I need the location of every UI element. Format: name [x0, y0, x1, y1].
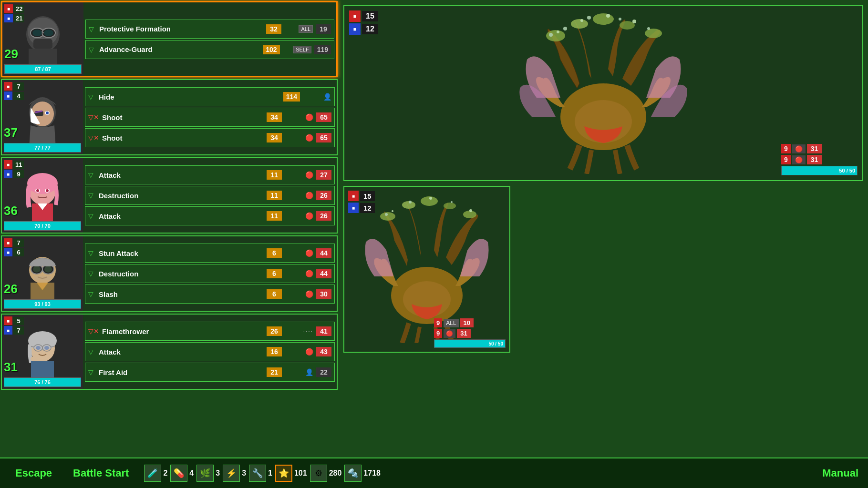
item-slot-5[interactable]: 🔧 1 [249, 465, 272, 482]
svg-point-54 [619, 18, 621, 20]
svg-point-63 [463, 211, 476, 218]
svg-point-38 [36, 346, 41, 350]
skill-target-2-2: 🔴 [285, 113, 313, 121]
enemy2-area: ■ 15 ■ 12 9 ALL 10 9 [343, 186, 863, 357]
enemy2-header-stats: ■ 15 ■ 12 [348, 191, 375, 213]
svg-point-45 [593, 13, 614, 25]
red-icon-2: ■ [4, 82, 12, 91]
skill-cost-4-3: 6 [267, 289, 282, 299]
skill-row-4-3[interactable]: ▽ Slash 6 🔴 30 [85, 285, 335, 304]
item-slot-8[interactable]: 🔩 1718 [344, 465, 381, 482]
skill-name-3-3: Attack [99, 212, 264, 220]
item-icon-1[interactable]: 🧪 [144, 465, 161, 482]
item-icon-2[interactable]: 💊 [170, 465, 187, 482]
person-icon-2-2: 🔴 [305, 113, 313, 121]
svg-point-62 [444, 203, 456, 209]
skill-row-3-1[interactable]: ▽ Attack 11 🔴 27 [85, 165, 335, 184]
item-slot-2[interactable]: 💊 4 [170, 465, 194, 482]
item-slot-6[interactable]: ⭐ 101 [275, 465, 307, 482]
item-icon-4[interactable]: ⚡ [223, 465, 240, 482]
svg-point-69 [469, 209, 472, 212]
char-stats-3: ■ 11 ■ 9 [2, 158, 26, 180]
enemy1-blue-icon: ■ [349, 23, 361, 35]
svg-point-65 [392, 210, 393, 212]
skill-row-5-2[interactable]: ▽ Attack 16 🔴 43 [85, 342, 335, 361]
svg-rect-7 [33, 39, 52, 49]
skill-name-5-3: First Aid [99, 368, 264, 376]
skill-row-3-3[interactable]: ▽ Attack 11 🔴 26 [85, 206, 335, 225]
skill-arrow-2-1: ▽ [88, 93, 96, 101]
svg-point-56 [647, 27, 650, 30]
skill-row-5-1[interactable]: ▽✕ Flamethrower 26 ···· 41 [85, 322, 335, 341]
char-row-4[interactable]: ■ 7 ■ 6 [1, 235, 338, 312]
item-slot-7[interactable]: ⚙ 280 [310, 465, 342, 482]
skill-power-4-3: 30 [316, 289, 331, 299]
skill-target-4-3: 🔴 [285, 290, 313, 298]
item-count-7: 280 [329, 469, 342, 478]
svg-point-39 [44, 346, 49, 350]
char-row-5[interactable]: ■ 5 ■ 7 [1, 314, 338, 390]
enemy-container-2[interactable]: ■ 15 ■ 12 9 ALL 10 9 [343, 186, 510, 353]
enemy1-act2-target: 🔴 [792, 155, 806, 164]
hp-text-2: 77 / 77 [34, 145, 51, 151]
target-badge-1-1: ALL [299, 25, 313, 33]
hp-bar-container-5: 76 / 76 [4, 377, 81, 387]
item-count-4: 3 [242, 469, 246, 478]
skill-row-3-2[interactable]: ▽ Destruction 11 🔴 26 [85, 186, 335, 205]
skill-power-4-1: 44 [316, 248, 331, 258]
enemy1-act2-power: 31 [807, 155, 822, 164]
red-val-5: 5 [13, 317, 24, 325]
enemy1-red-val: 15 [362, 11, 378, 21]
skill-row-1-1[interactable]: ▽ Protective Formation 32 ALL 19 [85, 20, 334, 39]
skill-target-2-1: 👤 [303, 93, 331, 101]
person-icon-3-3: 🔴 [305, 212, 313, 220]
enemy1-header-stats: ■ 15 ■ 12 [349, 10, 378, 35]
item-icon-5[interactable]: 🔧 [249, 465, 266, 482]
enemy1-hp-container: 50 / 50 [781, 166, 858, 175]
escape-button[interactable]: Escape [10, 465, 58, 481]
svg-point-17 [27, 173, 58, 194]
enemy2-blue-val: 12 [360, 203, 375, 213]
battle-start-button[interactable]: Battle Start [67, 465, 134, 481]
skill-row-1-2[interactable]: ▽ Advance-Guard 102 SELF 119 [85, 40, 334, 59]
char-level-2: 37 [4, 125, 18, 140]
skill-name-5-1: Flamethrower [102, 327, 264, 336]
svg-line-36 [31, 346, 34, 347]
item-icon-3[interactable]: 🌿 [196, 465, 214, 482]
char-row-2[interactable]: ■ 7 ■ 4 [1, 79, 338, 155]
svg-point-21 [46, 189, 49, 192]
svg-rect-29 [34, 276, 51, 280]
enemy-container-1[interactable]: ■ 15 ■ 12 9 🔴 31 9 🔴 31 [343, 5, 863, 181]
skill-cost-5-2: 16 [267, 347, 282, 356]
skill-row-2-1[interactable]: ▽ Hide 114 👤 [85, 87, 335, 106]
skill-power-5-1: 41 [316, 326, 331, 336]
hp-text-4: 93 / 93 [34, 301, 51, 307]
skill-name-2-3: Shoot [102, 134, 264, 142]
hp-bar-container-3: 70 / 70 [4, 221, 81, 231]
item-icon-7[interactable]: ⚙ [310, 465, 327, 482]
skill-row-5-3[interactable]: ▽ First Aid 21 👤 22 [85, 363, 335, 382]
enemy2-act2-power: 31 [457, 329, 470, 338]
enemy2-act1-target: ALL [444, 319, 458, 327]
enemy1-act1-target: 🔴 [792, 144, 806, 153]
item-slot-3[interactable]: 🌿 3 [196, 465, 220, 482]
char-row-3[interactable]: ■ 11 ■ 9 [1, 157, 338, 234]
person-icon-4-3: 🔴 [305, 290, 313, 298]
item-count-6: 101 [294, 469, 307, 478]
skill-target-4-1: 🔴 [285, 249, 313, 257]
manual-button[interactable]: Manual [822, 467, 858, 479]
skill-panel-1: ▽ Protective Formation 32 ALL 19 ▽ Advan… [83, 2, 336, 76]
skill-row-2-3[interactable]: ▽✕ Shoot 34 🔴 65 [85, 128, 335, 147]
skill-panel-3: ▽ Attack 11 🔴 27 ▽ Destruction 11 🔴 26 [83, 158, 337, 233]
item-slot-1[interactable]: 🧪 2 [144, 465, 167, 482]
skill-row-4-2[interactable]: ▽ Destruction 6 🔴 44 [85, 264, 335, 283]
item-icon-6[interactable]: ⭐ [275, 465, 292, 482]
char-level-4: 26 [4, 282, 18, 296]
item-slot-4[interactable]: ⚡ 3 [223, 465, 246, 482]
char-row-1[interactable]: ■ 22 ■ 21 [1, 1, 338, 77]
svg-point-20 [36, 189, 39, 192]
skill-row-4-1[interactable]: ▽ Stun Attack 6 🔴 44 [85, 244, 335, 263]
skill-row-2-2[interactable]: ▽✕ Shoot 34 🔴 65 [85, 108, 335, 127]
item-icon-8[interactable]: 🔩 [344, 465, 362, 482]
svg-point-46 [620, 21, 635, 30]
